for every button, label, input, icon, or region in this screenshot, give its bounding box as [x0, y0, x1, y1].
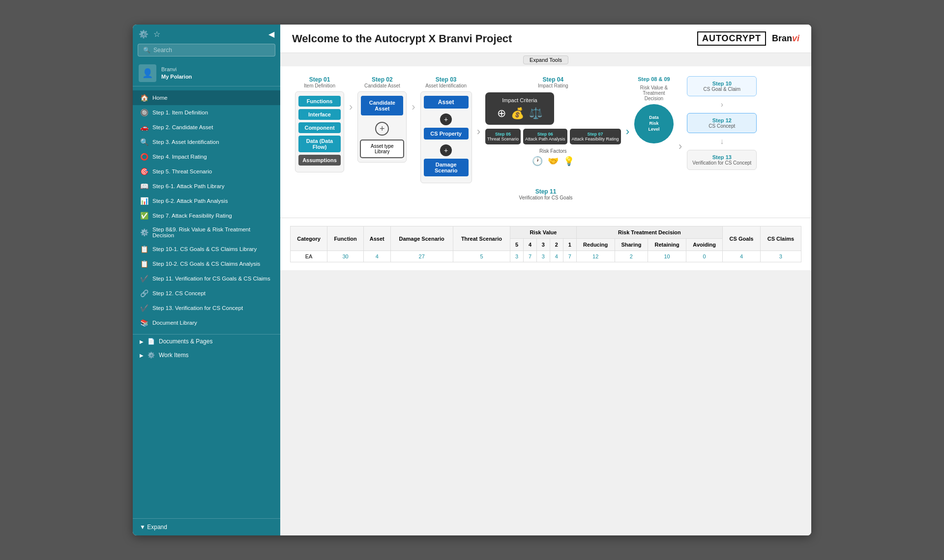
step05-num: Step 05 — [487, 132, 519, 137]
user-org: Branvi — [161, 66, 192, 73]
arrow4: › — [626, 101, 629, 138]
data-table: Category Function Asset Damage Scenario … — [290, 226, 801, 262]
step06-num: Step 06 — [525, 132, 565, 137]
sidebar-item-step12[interactable]: 🔗 Step 12. CS Concept — [133, 286, 280, 301]
user-avatar: 👤 — [139, 64, 156, 82]
sidebar-item-step10-2[interactable]: 📋 Step 10-2. CS Goals & CS Claims Analys… — [133, 256, 280, 271]
td-retaining[interactable]: 10 — [648, 251, 686, 262]
td-reducing[interactable]: 12 — [576, 251, 615, 262]
expand-arrow-icon: ▶ — [140, 339, 144, 344]
step08-09-area: Step 08 & 09 Risk Value & Treatment Deci… — [634, 76, 674, 143]
step12-icon: 🔗 — [140, 289, 148, 297]
td-damage-scenario[interactable]: 27 — [390, 251, 453, 262]
sidebar-item-step13[interactable]: ✔️ Step 13. Verification for CS Concept — [133, 301, 280, 315]
step01-box: Step 01 Item Definition Functions Interf… — [295, 76, 344, 172]
arrow1: › — [349, 76, 353, 113]
step01-num: Step 01 — [309, 76, 330, 83]
expand-tools-button[interactable]: Expand Tools — [523, 56, 568, 64]
td-sharing[interactable]: 2 — [615, 251, 648, 262]
sidebar-item-step10-1[interactable]: 📋 Step 10-1. CS Goals & CS Claims Librar… — [133, 242, 280, 256]
asset-button[interactable]: Asset — [424, 96, 469, 109]
page-title: Welcome to the Autocrypt X Branvi Projec… — [292, 32, 512, 45]
settings-icon[interactable]: ⚙️ — [139, 29, 148, 39]
damage-scenario-button[interactable]: Damage Scenario — [424, 159, 469, 176]
sidebar-item-doclibrary[interactable]: 📚 Document Library — [133, 315, 280, 330]
step05-mini: Step 05 Threat Scenario — [485, 129, 521, 144]
sidebar-item-step2[interactable]: 🚗 Step 2. Candidate Asset — [133, 120, 280, 135]
data-flow-button[interactable]: Data (Data Flow) — [298, 136, 341, 152]
th-category: Category — [291, 226, 327, 251]
sidebar-item-step11[interactable]: ✔️ Step 11. Verification for CS Goals & … — [133, 271, 280, 286]
sidebar-item-docs-pages[interactable]: ▶ 📄 Documents & Pages — [133, 335, 280, 348]
step7-icon: ✅ — [140, 212, 148, 220]
collapse-icon[interactable]: ◀ — [268, 29, 274, 39]
autocrypt-logo: AUTOCRYPT — [697, 31, 766, 46]
sidebar-item-label: Home — [152, 95, 168, 101]
component-button[interactable]: Component — [298, 122, 341, 133]
sidebar-item-label: Document Library — [152, 320, 197, 326]
sidebar-item-step4[interactable]: ⭕ Step 4. Impact Rating — [133, 149, 280, 164]
right-steps: Step 10 CS Goal & Claim › Step 12 CS Con… — [687, 76, 757, 170]
functions-button[interactable]: Functions — [298, 96, 341, 107]
search-input[interactable] — [153, 47, 270, 54]
td-rv-2[interactable]: 4 — [550, 251, 563, 262]
step02-sub: Candidate Asset — [364, 83, 400, 88]
sidebar-item-label: Step 12. CS Concept — [152, 290, 206, 296]
th-asset: Asset — [363, 226, 390, 251]
sidebar-icons: ⚙️ ☆ — [139, 29, 160, 39]
search-icon: 🔍 — [143, 47, 150, 54]
asset-type-library[interactable]: Asset type Library — [360, 140, 404, 158]
home-icon: 🏠 — [140, 94, 148, 102]
step11-sub: Verification for CS Goals — [519, 195, 573, 200]
step3-icon: 🔍 — [140, 138, 148, 146]
cs-property-button[interactable]: CS Property — [424, 128, 469, 140]
step04-num: Step 04 — [542, 76, 563, 83]
step13-icon: ✔️ — [140, 304, 148, 312]
sidebar-item-step3[interactable]: 🔍 Step 3. Asset Identification — [133, 135, 280, 149]
sidebar-item-step6-1[interactable]: 📖 Step 6-1. Attack Path Library — [133, 179, 280, 194]
th-rv-5: 5 — [510, 239, 524, 251]
sidebar-footer[interactable]: ▼ Expand — [133, 518, 280, 535]
sidebar-item-step6-2[interactable]: 📊 Step 6-2. Attack Path Analysis — [133, 194, 280, 208]
step4-icon: ⭕ — [140, 153, 148, 161]
add-cs-circle[interactable]: + — [440, 113, 452, 125]
td-cs-goals[interactable]: 4 — [723, 251, 761, 262]
hand-icon: 🤝 — [548, 156, 559, 167]
interface-button[interactable]: Interface — [298, 109, 341, 120]
td-asset[interactable]: 4 — [363, 251, 390, 262]
sidebar-item-step8-9[interactable]: ⚙️ Step 8&9. Risk Value & Risk Treatment… — [133, 223, 280, 242]
td-threat-scenario[interactable]: 5 — [453, 251, 510, 262]
sidebar-item-work-items[interactable]: ▶ ⚙️ Work Items — [133, 348, 280, 362]
step02-box: Step 02 Candidate Asset Candidate Asset … — [357, 76, 407, 163]
doclibrary-icon: 📚 — [140, 319, 148, 327]
td-rv-1[interactable]: 7 — [563, 251, 576, 262]
td-cs-claims[interactable]: 3 — [760, 251, 801, 262]
star-icon[interactable]: ☆ — [153, 29, 160, 39]
add-damage-circle[interactable]: + — [440, 144, 452, 156]
step12-sub: CS Concept — [692, 123, 751, 129]
sidebar-item-label: Step 11. Verification for CS Goals & CS … — [152, 276, 270, 281]
sidebar-item-step5[interactable]: 🎯 Step 5. Threat Scenario — [133, 164, 280, 179]
td-rv-5[interactable]: 3 — [510, 251, 524, 262]
step01-sub: Item Definition — [304, 83, 335, 88]
td-rv-3[interactable]: 3 — [536, 251, 550, 262]
user-section: 👤 Branvi My Polarion — [133, 60, 280, 86]
th-cs-claims: CS Claims — [760, 226, 801, 251]
candidate-asset-button[interactable]: Candidate Asset — [361, 96, 403, 115]
step12-num: Step 12 — [692, 117, 751, 123]
sidebar-item-step1[interactable]: 🔘 Step 1. Item Definition — [133, 105, 280, 120]
step10-num: Step 10 — [692, 81, 751, 86]
sidebar-item-home[interactable]: 🏠 Home — [133, 90, 280, 105]
assumptions-button[interactable]: Assumptions — [298, 155, 341, 166]
add-circle[interactable]: + — [375, 122, 389, 136]
sidebar-item-step7[interactable]: ✅ Step 7. Attack Feasibility Rating — [133, 208, 280, 223]
search-box[interactable]: 🔍 — [138, 44, 275, 56]
td-rv-4[interactable]: 7 — [524, 251, 537, 262]
td-avoiding[interactable]: 0 — [686, 251, 723, 262]
scale-icon: ⚖️ — [529, 107, 542, 120]
step06-label: Attack Path Analysis — [525, 137, 565, 141]
arrow7: ↓ — [687, 137, 757, 146]
expand-arrow-icon2: ▶ — [140, 353, 144, 358]
td-function[interactable]: 30 — [327, 251, 364, 262]
step08-09-sub: Risk Value & Treatment Decision — [634, 85, 674, 101]
